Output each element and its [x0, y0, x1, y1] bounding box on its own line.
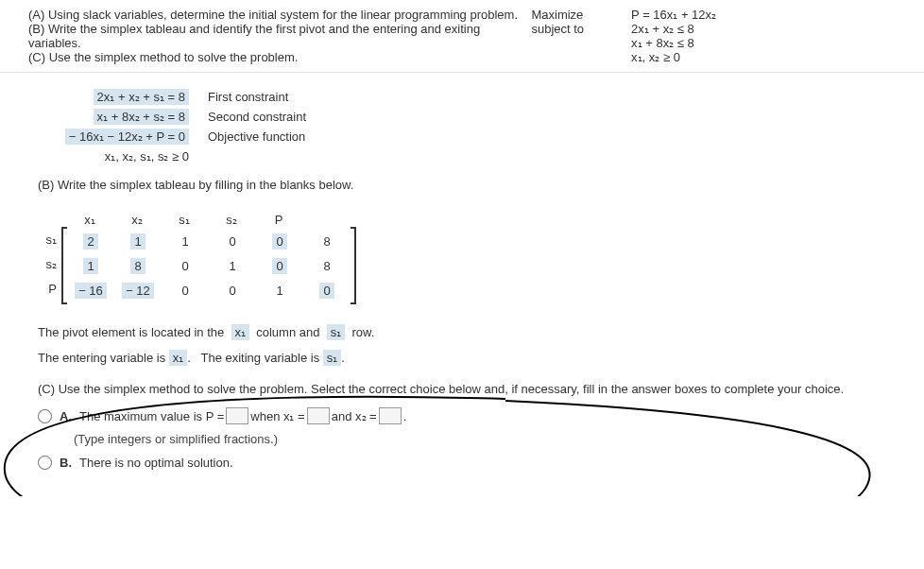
part-c-intro: (C) Use the simplex method to solve the …: [38, 382, 886, 396]
nonneg-eq: x₁, x₂, s₁, s₂ ≥ 0: [38, 149, 208, 164]
tableau-cell: 0: [256, 259, 303, 273]
entering-var: x₁: [169, 350, 188, 366]
tableau-cell: 0: [162, 259, 209, 273]
header-problem: Maximize subject to P = 16x₁ + 12x₂ 2x₁ …: [531, 8, 896, 64]
choice-b-label: B.: [60, 456, 72, 470]
maximize-label: Maximize: [531, 8, 584, 22]
instruction-c: (C) Use the simplex method to solve the …: [28, 50, 531, 64]
subject-to-label: subject to: [531, 22, 584, 36]
choice-a-row[interactable]: A. The maximum value is P = when x₁ = an…: [38, 407, 886, 424]
choice-b-row[interactable]: B. There is no optimal solution.: [38, 456, 886, 470]
tableau-headers: x₁x₂s₁s₂P: [66, 213, 356, 227]
slack-label-3: Objective function: [208, 129, 305, 144]
part-b-intro: (B) Write the simplex tableau by filling…: [38, 178, 886, 192]
tableau-header: x₁: [66, 213, 113, 227]
slack-eq-1: 2x₁ + x₂ + s₁ = 8: [94, 89, 189, 105]
tableau-row-label: s₁: [38, 233, 61, 247]
tableau-header: s₁: [161, 213, 208, 227]
tableau-header: s₂: [208, 213, 255, 227]
tableau-body: 211008180108− 16− 120010: [61, 227, 356, 304]
row-labels-col: s₁s₂P: [38, 227, 61, 304]
tableau-cell: − 16: [67, 284, 114, 298]
tableau-row: 211008: [67, 229, 351, 253]
tableau-cell: 0: [256, 234, 303, 249]
instruction-b: (B) Write the simplex tableau and identi…: [28, 22, 531, 50]
tableau-cell: 1: [67, 259, 114, 273]
tableau-cell: 8: [303, 234, 351, 249]
pivot-row: s₁: [327, 324, 346, 340]
tableau-cell: 1: [162, 234, 209, 249]
tableau-header: [302, 213, 350, 227]
tableau-cell: 8: [114, 259, 162, 273]
exiting-var: s₁: [323, 350, 342, 366]
choice-a-hint: (Type integers or simplified fractions.): [74, 432, 886, 446]
simplex-tableau: x₁x₂s₁s₂P s₁s₂P 211008180108− 16− 120010: [38, 213, 356, 304]
constraint-2: x₁ + 8x₂ ≤ 8: [631, 36, 716, 50]
tableau-row-label: s₂: [38, 257, 61, 271]
tableau-header: P: [255, 213, 302, 227]
header-instructions: (A) Using slack variables, determine the…: [28, 8, 531, 64]
objective-eq: P = 16x₁ + 12x₂: [631, 8, 716, 22]
tableau-cell: − 12: [114, 284, 162, 298]
tableau-cell: 1: [209, 259, 256, 273]
tableau-cell: 1: [114, 234, 162, 249]
instruction-a: (A) Using slack variables, determine the…: [28, 8, 531, 22]
tableau-cell: 2: [67, 234, 114, 249]
slack-eq-3: − 16x₁ − 12x₂ + P = 0: [65, 129, 189, 145]
input-x1[interactable]: [307, 407, 330, 424]
tableau-header: x₂: [113, 213, 161, 227]
tableau-cell: 8: [303, 259, 351, 273]
content-area: 2x₁ + x₂ + s₁ = 8 First constraint x₁ + …: [0, 73, 924, 496]
tableau-row: 180108: [67, 253, 351, 278]
slack-label-2: Second constraint: [208, 110, 306, 124]
tableau-cell: 0: [209, 284, 256, 298]
tableau-cell: 0: [209, 234, 256, 249]
tableau-row: − 16− 120010: [67, 278, 351, 302]
slack-eq-2: x₁ + 8x₂ + s₂ = 8: [94, 109, 189, 125]
entering-exiting-text: The entering variable is x₁. The exiting…: [38, 351, 886, 365]
pivot-column: x₁: [231, 324, 250, 340]
initial-system: 2x₁ + x₂ + s₁ = 8 First constraint x₁ + …: [38, 90, 886, 164]
tableau-cell: 1: [256, 284, 303, 298]
problem-header: (A) Using slack variables, determine the…: [0, 0, 924, 73]
tableau-row-label: P: [38, 282, 61, 296]
radio-b[interactable]: [38, 456, 52, 470]
constraint-1: 2x₁ + x₂ ≤ 8: [631, 22, 716, 36]
tableau-cell: 0: [303, 284, 351, 298]
pivot-location-text: The pivot element is located in the x₁ c…: [38, 325, 886, 339]
nonneg-constraint: x₁, x₂ ≥ 0: [631, 50, 716, 64]
input-p[interactable]: [226, 407, 248, 424]
choice-a-label: A.: [60, 409, 72, 423]
tableau-cell: 0: [162, 284, 209, 298]
input-x2[interactable]: [379, 407, 402, 424]
radio-a[interactable]: [38, 409, 52, 423]
slack-label-1: First constraint: [208, 90, 288, 104]
